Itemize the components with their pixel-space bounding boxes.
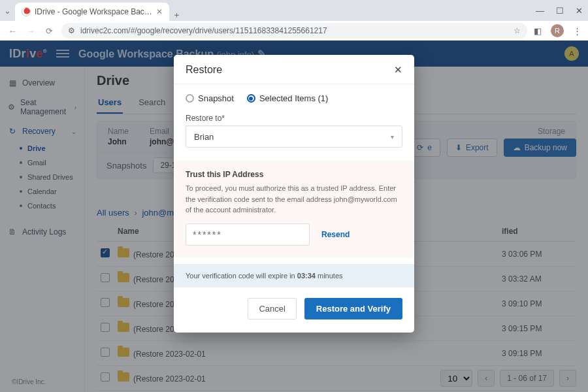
verification-code-input[interactable]	[186, 223, 310, 246]
restore-to-label: Restore to*	[186, 114, 402, 123]
expiry-notice: Your verification code will expire in 03…	[174, 264, 414, 287]
dropdown-arrow-icon[interactable]: ⌄	[4, 6, 11, 16]
restore-modal: Restore ✕ Snapshot Selected Items (1) Re…	[174, 55, 414, 333]
site-settings-icon[interactable]: ⚙	[68, 26, 75, 35]
extensions-icon[interactable]: ◧	[534, 26, 542, 36]
modal-title: Restore	[186, 64, 222, 76]
window-minimize-icon[interactable]: —	[536, 6, 544, 16]
modal-overlay: Restore ✕ Snapshot Selected Items (1) Re…	[0, 41, 588, 392]
radio-icon	[247, 94, 255, 103]
trust-message: To proceed, you must authorize this as a…	[186, 183, 402, 216]
restore-to-select[interactable]: Brian ▾	[186, 125, 402, 148]
trust-ip-panel: Trust this IP Address To proceed, you mu…	[174, 161, 414, 257]
url-text: idrivec2c.com/#/google/recovery/drive/us…	[80, 26, 327, 35]
radio-icon	[186, 94, 194, 103]
expiry-time: 03:34	[297, 272, 316, 280]
close-tab-icon[interactable]: ✕	[156, 7, 163, 16]
resend-link[interactable]: Resend	[321, 230, 350, 239]
radio-snapshot[interactable]: Snapshot	[186, 93, 234, 103]
chrome-profile-avatar[interactable]: R	[551, 24, 564, 37]
favicon-icon	[22, 7, 31, 16]
trust-title: Trust this IP Address	[186, 170, 402, 179]
forward-icon[interactable]: →	[25, 26, 37, 36]
restore-to-value: Brian	[194, 132, 214, 142]
cancel-button[interactable]: Cancel	[248, 298, 296, 319]
restore-and-verify-button[interactable]: Restore and Verify	[304, 298, 402, 319]
back-icon[interactable]: ←	[7, 26, 18, 36]
tab-title: IDrive - Google Workspace Bac…	[35, 7, 152, 16]
reload-icon[interactable]: ⟳	[43, 26, 55, 36]
window-maximize-icon[interactable]: ☐	[556, 6, 564, 16]
radio-selected-items[interactable]: Selected Items (1)	[247, 93, 329, 103]
window-close-icon[interactable]: ✕	[576, 6, 583, 16]
close-icon[interactable]: ✕	[394, 64, 402, 76]
address-bar[interactable]: ⚙ idrivec2c.com/#/google/recovery/drive/…	[61, 23, 527, 39]
chrome-menu-icon[interactable]: ⋮	[573, 26, 581, 36]
chevron-down-icon: ▾	[391, 133, 394, 140]
bookmark-star-icon[interactable]: ☆	[514, 26, 521, 35]
new-tab-button[interactable]: ＋	[169, 9, 185, 21]
browser-tab[interactable]: IDrive - Google Workspace Bac… ✕	[15, 3, 169, 21]
